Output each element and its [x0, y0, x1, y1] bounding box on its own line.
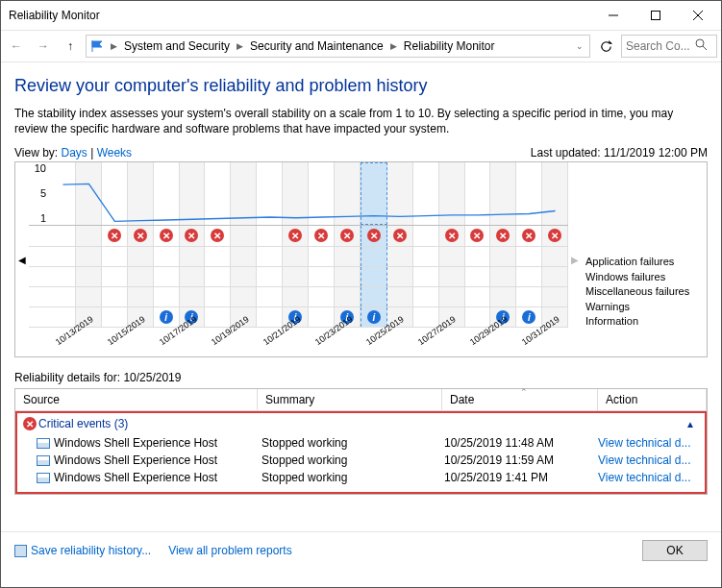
- chart-event-cell[interactable]: [50, 287, 76, 306]
- chart-event-cell[interactable]: [309, 247, 335, 266]
- chevron-right-icon[interactable]: ▶: [388, 41, 399, 51]
- chart-event-cell[interactable]: [283, 287, 309, 306]
- chart-event-cell[interactable]: ✕: [490, 226, 516, 245]
- table-row[interactable]: Windows Shell Experience HostStopped wor…: [23, 434, 699, 452]
- view-details-link[interactable]: View technical d...: [594, 435, 699, 451]
- chart-event-cell[interactable]: [465, 247, 491, 266]
- chart-event-cell[interactable]: [490, 267, 516, 286]
- table-row[interactable]: Windows Shell Experience HostStopped wor…: [23, 469, 699, 486]
- chart-event-cell[interactable]: [361, 247, 387, 266]
- search-box[interactable]: [621, 35, 717, 58]
- refresh-button[interactable]: [594, 35, 617, 58]
- chart-event-cell[interactable]: ✕: [283, 226, 309, 245]
- chart-event-cell[interactable]: [257, 247, 283, 266]
- chart-event-cell[interactable]: [465, 307, 491, 327]
- view-details-link[interactable]: View technical d...: [594, 453, 699, 468]
- chart-event-cell[interactable]: [76, 226, 102, 245]
- chart-event-cell[interactable]: [102, 247, 128, 266]
- chart-event-cell[interactable]: [180, 287, 206, 306]
- chart-event-cell[interactable]: [257, 226, 283, 245]
- chart-event-cell[interactable]: i: [516, 307, 542, 327]
- col-action[interactable]: Action: [598, 389, 707, 410]
- chart-event-cell[interactable]: [413, 267, 439, 286]
- chart-event-cell[interactable]: [335, 247, 361, 266]
- chart-event-cell[interactable]: [516, 287, 542, 306]
- chart-event-cell[interactable]: [309, 307, 335, 327]
- chart-event-cell[interactable]: [361, 267, 387, 286]
- chart-event-cell[interactable]: [490, 287, 516, 306]
- chart-event-cell[interactable]: [283, 247, 309, 266]
- col-summary[interactable]: Summary: [258, 389, 442, 410]
- view-all-reports-link[interactable]: View all problem reports: [168, 544, 292, 557]
- chart-event-cell[interactable]: [335, 267, 361, 286]
- breadcrumb[interactable]: ▶ System and Security ▶ Security and Mai…: [86, 35, 590, 58]
- chart-event-cell[interactable]: [231, 267, 257, 286]
- chart-event-cell[interactable]: [283, 267, 309, 286]
- chart-event-cell[interactable]: [257, 307, 283, 327]
- chart-event-cell[interactable]: [205, 287, 231, 306]
- chart-event-cell[interactable]: [465, 287, 491, 306]
- chart-event-cell[interactable]: [102, 287, 128, 306]
- chart-event-cell[interactable]: [387, 267, 413, 286]
- chart-event-cell[interactable]: [154, 247, 180, 266]
- chart-event-cell[interactable]: ✕: [102, 226, 128, 245]
- chevron-down-icon[interactable]: ⌄: [572, 41, 587, 51]
- chart-event-cell[interactable]: [76, 267, 102, 286]
- chart-event-cell[interactable]: [102, 267, 128, 286]
- chart-event-cell[interactable]: [465, 267, 491, 286]
- scroll-right-button[interactable]: ▶: [568, 162, 582, 356]
- chart-event-cell[interactable]: [361, 287, 387, 306]
- chart-event-cell[interactable]: ✕: [180, 226, 206, 245]
- chart-event-cell[interactable]: [205, 247, 231, 266]
- minimize-button[interactable]: [592, 2, 635, 29]
- chart-event-cell[interactable]: [542, 267, 568, 286]
- chart-event-cell[interactable]: [205, 267, 231, 286]
- chart-event-cell[interactable]: [309, 267, 335, 286]
- chart-event-cell[interactable]: [309, 287, 335, 306]
- chart-event-cell[interactable]: [257, 287, 283, 306]
- viewby-weeks[interactable]: Weeks: [97, 146, 132, 159]
- col-source[interactable]: Source: [15, 389, 258, 410]
- chart-event-cell[interactable]: i: [361, 307, 387, 327]
- chart-event-cell[interactable]: [50, 247, 76, 266]
- chart-event-cell[interactable]: [490, 247, 516, 266]
- save-history-link[interactable]: Save reliability history...: [14, 544, 151, 557]
- breadcrumb-item[interactable]: Reliability Monitor: [400, 39, 499, 53]
- chart-event-cell[interactable]: [180, 267, 206, 286]
- chart-event-cell[interactable]: [154, 287, 180, 306]
- ok-button[interactable]: OK: [642, 540, 708, 561]
- chart-event-cell[interactable]: [413, 287, 439, 306]
- breadcrumb-item[interactable]: System and Security: [120, 39, 234, 53]
- back-button[interactable]: ←: [5, 35, 28, 58]
- group-header[interactable]: ✕ Critical events (3) ▲: [23, 415, 699, 434]
- chart-event-cell[interactable]: [128, 247, 154, 266]
- chart-event-cell[interactable]: [516, 267, 542, 286]
- chart-event-cell[interactable]: i: [154, 307, 180, 327]
- chart-event-cell[interactable]: ✕: [154, 226, 180, 245]
- maximize-button[interactable]: [635, 2, 677, 29]
- chart-event-cell[interactable]: [439, 247, 465, 266]
- chart-event-cell[interactable]: [231, 226, 257, 245]
- chart-event-cell[interactable]: [439, 287, 465, 306]
- chart-event-cell[interactable]: [205, 307, 231, 327]
- col-date[interactable]: Date: [442, 389, 598, 410]
- search-input[interactable]: [626, 39, 695, 53]
- chart-event-cell[interactable]: [413, 247, 439, 266]
- collapse-icon[interactable]: ▲: [685, 419, 695, 429]
- chart-event-cell[interactable]: ✕: [309, 226, 335, 245]
- chart-event-cell[interactable]: [516, 247, 542, 266]
- chart-event-cell[interactable]: [154, 267, 180, 286]
- viewby-days[interactable]: Days: [61, 146, 87, 159]
- view-details-link[interactable]: View technical d...: [594, 470, 699, 485]
- chart-event-cell[interactable]: [439, 267, 465, 286]
- chart-event-cell[interactable]: [76, 287, 102, 306]
- chart-event-cell[interactable]: [542, 287, 568, 306]
- chart-event-cell[interactable]: [50, 267, 76, 286]
- table-row[interactable]: Windows Shell Experience HostStopped wor…: [23, 452, 699, 469]
- close-button[interactable]: [677, 2, 719, 29]
- chart-event-cell[interactable]: [387, 247, 413, 266]
- chart-event-cell[interactable]: [413, 226, 439, 245]
- chart-event-cell[interactable]: [50, 226, 76, 245]
- forward-button[interactable]: →: [32, 35, 55, 58]
- chart-event-cell[interactable]: ✕: [205, 226, 231, 245]
